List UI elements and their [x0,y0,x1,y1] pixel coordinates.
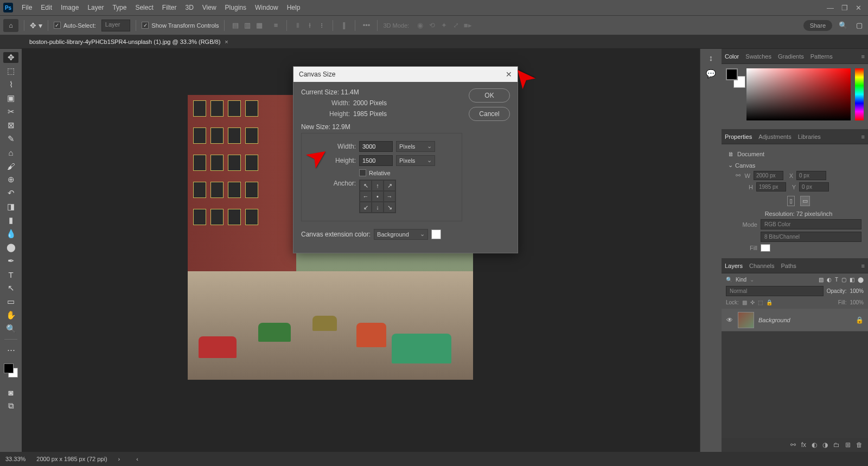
extension-color-swatch[interactable] [431,229,441,239]
rectangle-tool[interactable]: ▭ [3,296,18,307]
align-center-h-icon[interactable]: ▥ [242,20,253,31]
screen-mode-button[interactable]: ⧉ [3,400,18,411]
extension-color-select[interactable]: Background [374,229,428,240]
color-fg-bg-swatch[interactable] [726,68,742,85]
tab-gradients[interactable]: Gradients [778,53,804,60]
align-menu-icon[interactable]: ≡ [270,20,281,31]
tab-paths[interactable]: Paths [781,263,796,269]
hue-slider[interactable] [855,68,864,120]
fill-value[interactable]: 100% [850,299,864,305]
filter-smart-icon[interactable]: ◧ [850,277,854,283]
menu-file[interactable]: File [17,2,36,14]
menu-edit[interactable]: Edit [36,2,56,14]
filter-adjust-icon[interactable]: ◐ [827,277,832,283]
eyedropper-tool[interactable]: ✎ [3,133,18,144]
edit-toolbar-button[interactable]: ⋯ [3,344,18,355]
lock-pixels-icon[interactable]: ▩ [742,299,747,305]
link-wh-icon[interactable]: ⚯ [736,172,741,179]
color-panel-menu[interactable]: ≡ [861,53,865,60]
share-button[interactable]: Share [803,20,832,31]
dodge-tool[interactable]: ⬤ [3,242,18,253]
filter-type-icon[interactable]: T [835,277,838,283]
blend-mode-select[interactable]: Normal [726,286,824,296]
orient-landscape-icon[interactable]: ▭ [800,196,810,206]
link-layers-icon[interactable]: ⚯ [790,441,796,449]
anchor-e[interactable]: → [384,191,395,202]
home-button[interactable]: ⌂ [3,19,18,32]
dialog-titlebar[interactable]: Canvas Size ✕ [293,67,518,82]
search-icon[interactable]: 🔍 [838,20,848,31]
lock-position-icon[interactable]: ✜ [750,299,755,305]
opacity-value[interactable]: 100% [850,288,864,294]
type-tool[interactable]: T [3,269,18,280]
path-select-tool[interactable]: ↖ [3,283,18,293]
blur-tool[interactable]: 💧 [3,228,18,239]
height-unit-select[interactable]: Pixels [396,155,435,166]
props-fill-swatch[interactable] [761,244,770,252]
status-dimensions[interactable]: 2000 px x 1985 px (72 ppi) [36,456,107,462]
document-tab[interactable]: boston-public-library-4yPHCb1SPR4-unspla… [24,36,234,47]
lock-artboard-icon[interactable]: ⬚ [758,299,763,305]
tab-patterns[interactable]: Patterns [810,53,833,60]
menu-window[interactable]: Window [251,2,283,14]
menu-3d[interactable]: 3D [181,2,197,14]
workspace-icon[interactable]: ▢ [854,20,865,31]
orient-portrait-icon[interactable]: ▯ [787,196,795,206]
props-panel-menu[interactable]: ≡ [861,133,865,140]
color-field[interactable] [746,68,851,120]
close-window-button[interactable]: ✕ [856,4,861,12]
anchor-sw[interactable]: ↙ [360,202,372,213]
adjustment-layer-icon[interactable]: ◑ [822,441,828,449]
menu-type[interactable]: Type [108,2,131,14]
layer-style-icon[interactable]: fx [801,441,806,449]
status-zoom[interactable]: 33.33% [5,456,25,462]
maximize-button[interactable]: ❐ [841,4,848,12]
anchor-se[interactable]: ↘ [384,202,395,213]
anchor-s[interactable]: ↓ [372,202,384,213]
menu-select[interactable]: Select [131,2,157,14]
comments-panel-icon[interactable]: 💬 [704,68,719,79]
tab-layers[interactable]: Layers [725,263,743,269]
align-left-icon[interactable]: ▤ [230,20,241,31]
filter-shape-icon[interactable]: ▢ [841,277,846,283]
object-select-tool[interactable]: ▣ [3,93,18,104]
ok-button[interactable]: OK [469,88,510,103]
anchor-grid[interactable]: ↖ ↑ ↗ ← • → ↙ ↓ ↘ [359,180,396,213]
layer-visibility-toggle[interactable]: 👁 [726,316,733,324]
dialog-close-button[interactable]: ✕ [506,70,512,79]
brush-tool[interactable]: 🖌 [3,161,18,171]
show-transform-checkbox[interactable]: ✓Show Transform Controls [142,22,219,29]
filter-toggle[interactable]: ⬤ [858,277,864,283]
anchor-nw[interactable]: ↖ [360,180,372,191]
new-layer-icon[interactable]: ⊞ [845,441,851,449]
tab-channels[interactable]: Channels [749,263,774,269]
healing-tool[interactable]: ⌂ [3,147,18,158]
eraser-tool[interactable]: ◨ [3,201,18,212]
props-bits-select[interactable]: 8 Bits/Channel [761,232,861,242]
lasso-tool[interactable]: ⌇ [3,79,18,90]
layer-item-background[interactable]: 👁 Background 🔒 [722,309,868,331]
gradient-tool[interactable]: ▮ [3,215,18,226]
tab-adjustments[interactable]: Adjustments [758,133,792,140]
history-brush-tool[interactable]: ↶ [3,188,18,199]
status-arrow[interactable]: › [118,456,120,462]
history-panel-icon[interactable]: ↕ [704,52,719,63]
quick-mask-button[interactable]: ◙ [3,387,18,398]
dist-bottom-icon[interactable]: ⫶ [316,20,327,31]
zoom-tool[interactable]: 🔍 [3,323,18,334]
distribute-group[interactable]: ⫴ ⫲ ⫶ [292,20,327,31]
frame-tool[interactable]: ⊠ [3,120,18,131]
pen-tool[interactable]: ✒ [3,256,18,266]
marquee-tool[interactable]: ⬚ [3,66,18,76]
delete-layer-icon[interactable]: 🗑 [856,441,863,449]
more-options-icon[interactable]: ••• [361,20,372,31]
anchor-center[interactable]: • [372,191,384,202]
group-icon[interactable]: 🗀 [833,441,840,449]
tab-properties[interactable]: Properties [725,133,752,140]
filter-pixel-icon[interactable]: ▧ [819,277,824,283]
menu-filter[interactable]: Filter [158,2,181,14]
lock-all-icon[interactable]: 🔒 [766,299,773,305]
auto-select-checkbox[interactable]: ✓Auto-Select: [54,22,96,29]
crop-tool[interactable]: ✂ [3,106,18,117]
menu-view[interactable]: View [198,2,221,14]
